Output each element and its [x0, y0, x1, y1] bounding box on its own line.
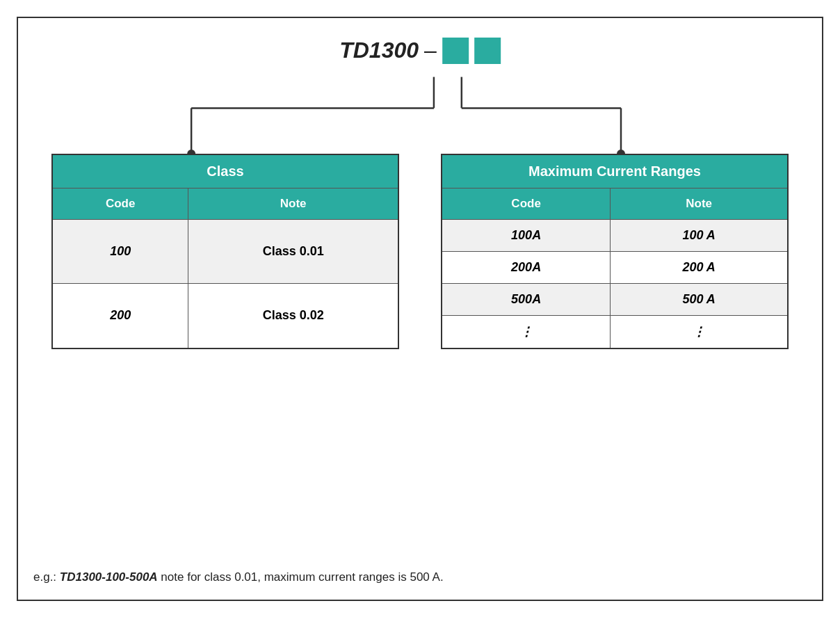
current-note-cell: 100 A [611, 219, 788, 251]
title-dash: – [424, 38, 437, 63]
outer-border: TD1300 – Class Code Note [17, 17, 823, 601]
class-table-header: Class [52, 154, 398, 189]
class-note-cell: Class 0.01 [188, 219, 398, 283]
current-code-cell: 200A [442, 251, 611, 283]
table-row: 100Class 0.01 [52, 219, 398, 283]
class-table: Class Code Note 100Class 0.01200Class 0.… [51, 154, 399, 349]
table-row: 100A100 A [442, 219, 788, 251]
title-box-2 [474, 38, 501, 64]
current-table: Maximum Current Ranges Code Note 100A100… [441, 154, 789, 349]
class-code-cell: 200 [52, 283, 188, 348]
footer-label: e.g.: [33, 570, 60, 584]
footer-bold: TD1300-100-500A [60, 570, 158, 584]
current-col-code-header: Code [442, 188, 611, 219]
current-col-note-header: Note [611, 188, 788, 219]
table-row: ⋮⋮ [442, 315, 788, 348]
current-note-cell: ⋮ [611, 315, 788, 348]
title-box-1 [442, 38, 469, 64]
current-table-header: Maximum Current Ranges [442, 154, 788, 189]
table-row: 500A500 A [442, 283, 788, 315]
current-code-cell: 100A [442, 219, 611, 251]
title-text: TD1300 [339, 38, 419, 63]
footer-rest: note for class 0.01, maximum current ran… [158, 570, 444, 584]
table-row: 200Class 0.02 [52, 283, 398, 348]
class-code-cell: 100 [52, 219, 188, 283]
class-note-cell: Class 0.02 [188, 283, 398, 348]
current-note-cell: 500 A [611, 283, 788, 315]
current-code-cell: 500A [442, 283, 611, 315]
tables-row: Class Code Note 100Class 0.01200Class 0.… [51, 154, 789, 349]
title-area: TD1300 – [339, 38, 501, 64]
current-note-cell: 200 A [611, 251, 788, 283]
table-row: 200A200 A [442, 251, 788, 283]
footer-note: e.g.: TD1300-100-500A note for class 0.0… [33, 570, 444, 584]
class-col-note-header: Note [188, 188, 398, 219]
class-col-code-header: Code [52, 188, 188, 219]
current-code-cell: ⋮ [442, 315, 611, 348]
